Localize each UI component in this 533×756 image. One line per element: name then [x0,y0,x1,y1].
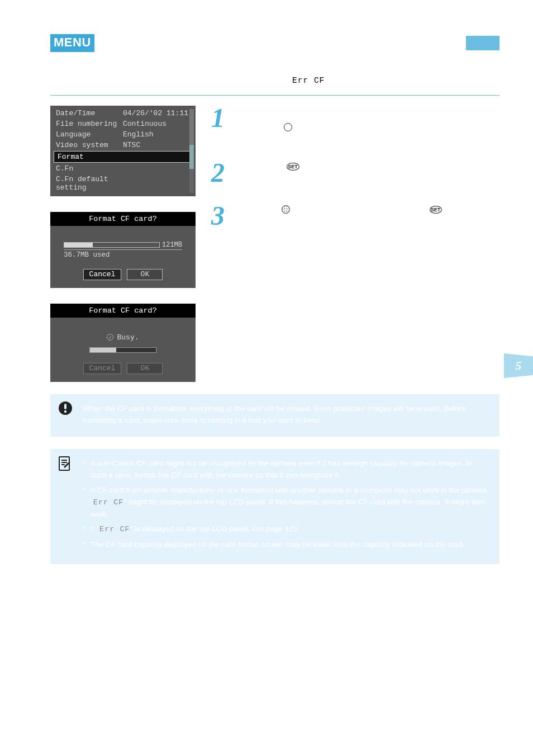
warning-icon [58,401,73,415]
menu-item-label: Language [56,130,123,139]
step-title: On the menu, select [Format]. [239,106,499,117]
tips-note: A non-Canon CF card might not be recogni… [50,449,499,564]
step-bullet: A confirmation dialog will appear. [239,176,499,188]
intro-text-b: " (CF error) is displayed on the LCD pan… [325,75,478,84]
dialog-title: Format CF card? [50,304,196,318]
error-code: Err CF [93,498,124,507]
storage-bar [64,242,160,248]
cancel-button: Cancel [83,269,122,280]
step-bullet: When the formatting is completed, the me… [239,231,499,243]
step-number: 2 [211,160,231,188]
ok-button: OK [127,269,163,280]
storage-total: 121MB [162,241,182,249]
warning-text: When the CF card is formatted, everythin… [83,404,466,424]
step-2: 2 Press the <SET> button. A confirmation… [211,160,499,188]
warning-note: When the CF card is formatted, everythin… [50,394,499,437]
step-bullet: Turn the <> dial to select [Format]. [239,121,499,133]
dial-icon [284,123,292,131]
cancel-button: Cancel [83,363,122,374]
tip-bullet: A CF card from another manufacturer or o… [83,485,489,521]
step-1: 1 On the menu, select [Format]. Turn the… [211,106,499,145]
menu-item-value: NTSC [123,141,140,149]
menu-item-label: C.Fn [56,164,123,173]
tip-bullet: A non-Canon CF card might not be recogni… [83,458,489,481]
header-bar: MENU Formatting the CF Card [50,34,499,52]
camera-busy-screenshot: Format CF card? Busy. Cancel OK [50,304,196,382]
busy-text: Busy. [117,333,139,342]
intro-paragraph: A new CF card can be used as is. However… [50,62,499,87]
menu-item-label: File numbering [56,120,123,128]
menu-item-selected: Format [54,151,192,163]
memo-icon [58,456,72,471]
svg-point-2 [64,410,66,413]
menu-item-value: Continuous [123,120,166,128]
busy-progress [89,347,156,353]
divider [50,95,499,96]
tip-bullet: If "Err CF" is displayed on the top LCD … [83,523,489,536]
page-title: Formatting the CF Card [103,34,259,49]
page-number: 113 [50,580,499,588]
tip-bullet: The CF card capacity displayed on the ca… [83,539,489,551]
menu-badge: MENU [50,34,94,52]
step-bullet: The CF card will be formatted. [239,219,499,231]
menu-item-value: 04/26/'02 11:11 [123,109,188,117]
step-number: 3 [211,204,231,243]
camera-menu-screenshot: Date/Time04/26/'02 11:11 File numberingC… [50,106,196,196]
svg-rect-1 [64,404,66,409]
set-icon: SET [430,206,442,214]
intro-error-code: Err CF [292,76,325,85]
ok-button: OK [127,363,163,374]
title-group: MENU Formatting the CF Card [50,34,259,52]
busy-label: Busy. [107,333,139,342]
step-number: 1 [211,106,231,145]
quick-dial-icon [282,205,290,214]
dialog-title: Format CF card? [50,212,196,226]
camera-confirm-screenshot: Format CF card? 121MB 36.7MB used Cancel… [50,212,196,288]
menu-item-label: Video system [56,141,123,149]
menu-scrollbar [189,109,194,193]
step-bullet: For details on the setting procedure, se… [239,133,499,145]
storage-used: 36.7MB used [64,249,182,259]
set-icon: SET [287,163,299,171]
step-title: Press the <SET> button. [239,160,499,172]
chapter-color-tab [466,36,499,50]
step-3: 3 Turn the <> dial to select [OK], then … [211,204,499,243]
step-title: Turn the <> dial to select [OK], then pr… [239,204,499,215]
chapter-side-tab: 5 [504,353,533,378]
no-photo-icon [107,334,113,341]
menu-item-label: Date/Time [56,109,123,117]
menu-item-label: C.Fn default setting [56,175,123,192]
error-code: Err CF [99,525,130,533]
menu-item-value: English [123,130,154,139]
